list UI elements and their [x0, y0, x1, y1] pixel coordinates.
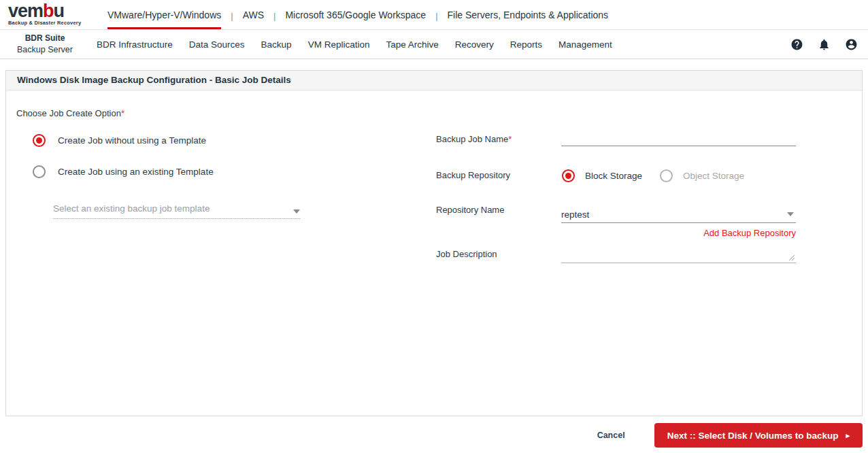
- suite-label: BDR Suite Backup Server: [0, 33, 90, 55]
- vembu-logo-text: vembu: [8, 3, 90, 19]
- job-config-panel: Windows Disk Image Backup Configuration …: [5, 70, 863, 416]
- radio-disabled-icon: [660, 169, 673, 182]
- radio-selected-icon: [33, 134, 46, 147]
- radio-label: Block Storage: [585, 171, 642, 181]
- arrow-right-icon: ▸: [846, 432, 850, 439]
- backup-job-name-input[interactable]: [561, 129, 796, 146]
- tab-microsoft365-google-workspace[interactable]: Microsoft 365/Google Workspace: [285, 0, 426, 29]
- tab-separator: |: [435, 0, 437, 29]
- required-asterisk: *: [121, 108, 124, 118]
- vembu-logo[interactable]: vembu Backup & Disaster Recovery: [0, 0, 90, 29]
- page-title: Windows Disk Image Backup Configuration …: [6, 71, 862, 90]
- help-icon[interactable]: [790, 38, 803, 51]
- template-select-dropdown: Select an existing backup job template: [53, 203, 300, 219]
- repository-name-dropdown[interactable]: reptest: [561, 206, 796, 223]
- header-icon-group: [790, 38, 868, 51]
- radio-unselected-icon: [33, 165, 46, 178]
- repository-name-label: Repository Name: [436, 205, 504, 215]
- nav-item-management[interactable]: Management: [558, 39, 612, 50]
- tab-file-servers-endpoints-applications[interactable]: File Servers, Endpoints & Applications: [448, 0, 609, 29]
- main-nav-items: BDR Infrastructure Data Sources Backup V…: [97, 39, 612, 50]
- choose-job-create-option-label: Choose Job Create Option*: [16, 108, 124, 118]
- radio-selected-icon: [562, 169, 575, 182]
- nav-item-reports[interactable]: Reports: [510, 39, 542, 50]
- chevron-down-icon: [293, 209, 300, 214]
- job-description-label: Job Description: [436, 249, 497, 259]
- suite-subtitle: Backup Server: [0, 44, 90, 55]
- nav-item-tape-archive[interactable]: Tape Archive: [386, 39, 438, 50]
- tab-separator: |: [273, 0, 276, 29]
- nav-item-bdr-infrastructure[interactable]: BDR Infrastructure: [97, 39, 173, 50]
- chevron-down-icon: [787, 212, 794, 216]
- nav-item-backup[interactable]: Backup: [261, 39, 292, 50]
- job-description-textarea[interactable]: [561, 246, 796, 263]
- vembu-logo-tagline: Backup & Disaster Recovery: [8, 20, 90, 26]
- tab-separator: |: [231, 0, 233, 29]
- suite-title: BDR Suite: [0, 33, 90, 44]
- job-config-form: Choose Job Create Option* Create Job wit…: [6, 90, 862, 416]
- backup-repository-label: Backup Repository: [436, 170, 510, 180]
- resize-handle-icon[interactable]: [788, 254, 795, 261]
- nav-item-data-sources[interactable]: Data Sources: [189, 39, 245, 50]
- nav-item-recovery[interactable]: Recovery: [455, 39, 494, 50]
- add-backup-repository-link[interactable]: Add Backup Repository: [561, 228, 796, 238]
- tab-aws[interactable]: AWS: [243, 0, 264, 29]
- backup-job-name-label: Backup Job Name*: [436, 134, 512, 144]
- user-account-icon[interactable]: [845, 38, 858, 51]
- template-select-placeholder: Select an existing backup job template: [53, 203, 210, 214]
- cancel-button[interactable]: Cancel: [597, 431, 625, 440]
- required-asterisk: *: [508, 134, 512, 144]
- wizard-footer: Cancel Next :: Select Disk / Volumes to …: [0, 418, 868, 453]
- nav-item-vm-replication[interactable]: VM Replication: [308, 39, 370, 50]
- radio-block-storage[interactable]: Block Storage: [562, 169, 642, 182]
- backup-repository-options: Block Storage Object Storage: [562, 169, 744, 182]
- main-nav-bar: BDR Suite Backup Server BDR Infrastructu…: [0, 30, 868, 59]
- top-brand-bar: vembu Backup & Disaster Recovery VMware/…: [0, 0, 868, 30]
- next-button-label: Next :: Select Disk / Volumes to backup: [667, 431, 839, 441]
- bell-icon[interactable]: [818, 38, 831, 51]
- radio-object-storage: Object Storage: [660, 169, 744, 182]
- radio-label: Create Job using an existing Template: [58, 167, 214, 177]
- radio-label: Create Job without using a Template: [58, 135, 206, 146]
- radio-create-without-template[interactable]: Create Job without using a Template: [33, 134, 206, 147]
- product-tabs: VMware/Hyper-V/Windows | AWS | Microsoft…: [98, 0, 618, 29]
- next-select-disk-volumes-button[interactable]: Next :: Select Disk / Volumes to backup …: [654, 423, 863, 448]
- tab-vmware-hyperv-windows[interactable]: VMware/Hyper-V/Windows: [107, 0, 221, 29]
- repository-name-value: reptest: [561, 209, 589, 220]
- radio-create-with-existing-template[interactable]: Create Job using an existing Template: [33, 165, 214, 178]
- radio-label: Object Storage: [683, 171, 744, 181]
